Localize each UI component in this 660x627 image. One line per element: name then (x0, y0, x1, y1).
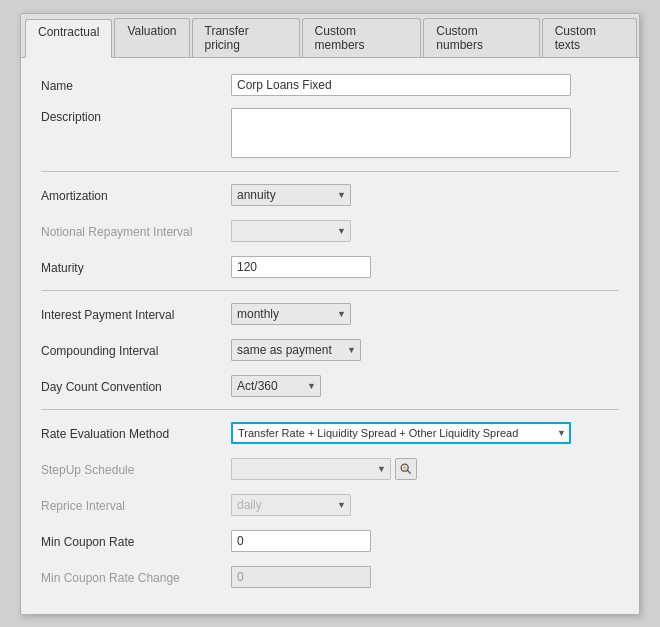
stepup-wrapper: ▼ (231, 458, 619, 480)
interest-select[interactable]: monthly quarterly annually (231, 303, 351, 325)
amortization-select[interactable]: annuity linear bullet (231, 184, 351, 206)
mincoupon-change-row: Min Coupon Rate Change (41, 564, 619, 590)
divider-3 (41, 409, 619, 410)
tab-transfer-pricing[interactable]: Transfer pricing (192, 18, 300, 57)
name-row: Name (41, 72, 619, 98)
notional-field-area: monthly quarterly annually ▼ (231, 220, 619, 242)
name-label: Name (41, 77, 231, 93)
tab-contractual[interactable]: Contractual (25, 19, 112, 58)
mincoupon-input[interactable] (231, 530, 371, 552)
mincoupon-row: Min Coupon Rate (41, 528, 619, 554)
daycount-select-wrapper: Act/360 Act/365 30/360 ▼ (231, 375, 321, 397)
tab-valuation[interactable]: Valuation (114, 18, 189, 57)
description-field-area (231, 108, 619, 161)
form-content: Name Description Amortization annuity li… (21, 58, 639, 614)
stepup-select[interactable] (231, 458, 391, 480)
stepup-row: StepUp Schedule ▼ (41, 456, 619, 482)
interest-field-area: monthly quarterly annually ▼ (231, 303, 619, 325)
rate-select[interactable]: Transfer Rate + Liquidity Spread + Other… (231, 422, 571, 444)
mincoupon-field-area (231, 530, 619, 552)
compounding-row: Compounding Interval same as payment mon… (41, 337, 619, 363)
divider-2 (41, 290, 619, 291)
daycount-field-area: Act/360 Act/365 30/360 ▼ (231, 375, 619, 397)
svg-point-2 (403, 465, 407, 469)
daycount-label: Day Count Convention (41, 378, 231, 394)
compounding-field-area: same as payment monthly quarterly ▼ (231, 339, 619, 361)
mincoupon-change-input[interactable] (231, 566, 371, 588)
description-row: Description (41, 108, 619, 161)
maturity-label: Maturity (41, 259, 231, 275)
reprice-select[interactable]: daily monthly quarterly (231, 494, 351, 516)
divider-1 (41, 171, 619, 172)
rate-row: Rate Evaluation Method Transfer Rate + L… (41, 420, 619, 446)
main-panel: Contractual Valuation Transfer pricing C… (20, 13, 640, 615)
stepup-field-area: ▼ (231, 458, 619, 480)
notional-select[interactable]: monthly quarterly annually (231, 220, 351, 242)
mincoupon-change-label: Min Coupon Rate Change (41, 569, 231, 585)
stepup-search-button[interactable] (395, 458, 417, 480)
amortization-select-wrapper: annuity linear bullet ▼ (231, 184, 351, 206)
notional-row: Notional Repayment Interval monthly quar… (41, 218, 619, 244)
reprice-select-wrapper: daily monthly quarterly ▼ (231, 494, 351, 516)
rate-select-wrapper: Transfer Rate + Liquidity Spread + Other… (231, 422, 571, 444)
amortization-row: Amortization annuity linear bullet ▼ (41, 182, 619, 208)
maturity-field-area (231, 256, 619, 278)
reprice-label: Reprice Interval (41, 497, 231, 513)
notional-label: Notional Repayment Interval (41, 223, 231, 239)
daycount-select[interactable]: Act/360 Act/365 30/360 (231, 375, 321, 397)
reprice-row: Reprice Interval daily monthly quarterly… (41, 492, 619, 518)
compounding-select-wrapper: same as payment monthly quarterly ▼ (231, 339, 361, 361)
stepup-select-container: ▼ (231, 458, 391, 480)
maturity-input[interactable] (231, 256, 371, 278)
description-label: Description (41, 108, 231, 124)
compounding-select[interactable]: same as payment monthly quarterly (231, 339, 361, 361)
amortization-field-area: annuity linear bullet ▼ (231, 184, 619, 206)
svg-line-1 (407, 470, 410, 473)
interest-row: Interest Payment Interval monthly quarte… (41, 301, 619, 327)
rate-field-area: Transfer Rate + Liquidity Spread + Other… (231, 422, 619, 444)
daycount-row: Day Count Convention Act/360 Act/365 30/… (41, 373, 619, 399)
mincoupon-change-field-area (231, 566, 619, 588)
mincoupon-label: Min Coupon Rate (41, 533, 231, 549)
interest-label: Interest Payment Interval (41, 306, 231, 322)
name-field-area (231, 74, 619, 96)
tab-bar: Contractual Valuation Transfer pricing C… (21, 14, 639, 58)
rate-label: Rate Evaluation Method (41, 425, 231, 441)
amortization-label: Amortization (41, 187, 231, 203)
compounding-label: Compounding Interval (41, 342, 231, 358)
search-icon (399, 462, 413, 476)
description-textarea[interactable] (231, 108, 571, 158)
stepup-label: StepUp Schedule (41, 461, 231, 477)
tab-custom-texts[interactable]: Custom texts (542, 18, 637, 57)
name-input[interactable] (231, 74, 571, 96)
reprice-field-area: daily monthly quarterly ▼ (231, 494, 619, 516)
notional-select-wrapper: monthly quarterly annually ▼ (231, 220, 351, 242)
maturity-row: Maturity (41, 254, 619, 280)
tab-custom-members[interactable]: Custom members (302, 18, 422, 57)
interest-select-wrapper: monthly quarterly annually ▼ (231, 303, 351, 325)
tab-custom-numbers[interactable]: Custom numbers (423, 18, 539, 57)
